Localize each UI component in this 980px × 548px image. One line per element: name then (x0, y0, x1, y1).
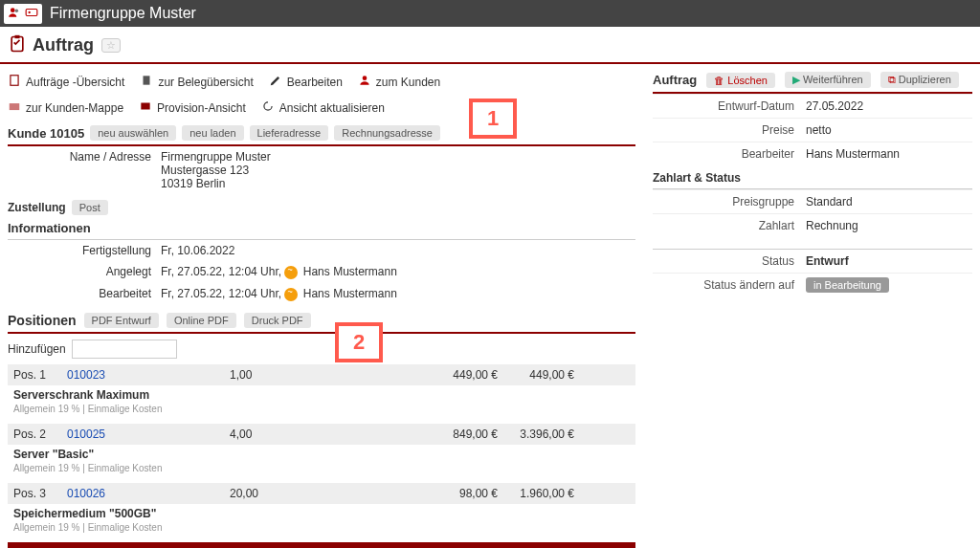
refresh-link[interactable]: Ansicht aktualisieren (261, 99, 385, 116)
svg-rect-6 (11, 76, 18, 86)
position-row[interactable]: Pos. 2 010025 4,00 849,00 € 3.396,00 € (8, 424, 635, 445)
article-link[interactable]: 010023 (67, 368, 230, 382)
id-card-icon[interactable] (25, 6, 38, 22)
position-desc: Speichermedium "500GB" (8, 504, 635, 522)
svg-point-1 (15, 9, 18, 12)
callout-1: 1 (469, 99, 517, 139)
user-icon (358, 74, 371, 90)
pricegroup-label: Preisgruppe (653, 195, 806, 208)
delivery-post-button[interactable]: Post (72, 200, 108, 215)
play-icon: ▶ (792, 74, 800, 85)
commission-link[interactable]: Provision-Ansicht (139, 99, 246, 116)
svg-rect-10 (141, 103, 149, 110)
position-desc: Server "Basic" (8, 445, 635, 463)
editor-label: Bearbeiter (653, 147, 806, 161)
position-desc: Serverschrank Maximum (8, 385, 635, 404)
print-pdf-button[interactable]: Druck PDF (244, 313, 311, 328)
copy-icon: ⧉ (888, 74, 896, 85)
trash-icon: 🗑 (714, 75, 724, 86)
user-badge-icon (284, 288, 298, 301)
customer-section-head: Kunde 10105 neu auswählen neu laden Lief… (8, 121, 635, 146)
svg-rect-5 (15, 35, 20, 38)
customer-reselect-button[interactable]: neu auswählen (90, 125, 176, 141)
toolbar-row2: zur Kunden-Mappe Provision-Ansicht Ansic… (8, 96, 635, 121)
prices-label: Preise (653, 123, 806, 137)
clipboard-icon (8, 34, 27, 56)
favorite-star-icon[interactable]: ☆ (101, 38, 121, 53)
side-header: Auftrag 🗑 Löschen ▶ Weiterführen ⧉ Dupli… (653, 70, 972, 94)
clipboard-icon (8, 74, 21, 90)
draft-date-value: 27.05.2022 (806, 99, 972, 113)
status-label: Status (653, 254, 806, 268)
edited-label: Bearbeitet (8, 287, 161, 301)
pricegroup-value: Standard (806, 195, 972, 208)
billing-address-button[interactable]: Rechnungsadresse (334, 125, 440, 141)
commission-icon (139, 99, 152, 116)
created-label: Angelegt (8, 265, 161, 279)
name-address-label: Name / Adresse (8, 150, 161, 190)
info-section-head: Informationen (8, 217, 635, 240)
position-row[interactable]: Pos. 1 010023 1,00 449,00 € 449,00 € (8, 364, 635, 385)
status-value: Entwurf (806, 254, 972, 268)
edited-value: Fr, 27.05.22, 12:04 Uhr, Hans Mustermann (161, 287, 635, 301)
add-position-row: Hinzufügen (8, 334, 635, 364)
folder-icon (8, 99, 21, 116)
refresh-icon (261, 99, 275, 116)
continue-button[interactable]: ▶ Weiterführen (785, 72, 871, 88)
svg-point-8 (362, 76, 367, 80)
position-row[interactable]: Pos. 3 010026 20,00 98,00 € 1.960,00 € (8, 483, 635, 504)
delete-button[interactable]: 🗑 Löschen (706, 73, 775, 88)
totals-divider (8, 542, 635, 548)
draft-date-label: Entwurf-Datum (653, 99, 806, 113)
created-value: Fr, 27.05.22, 12:04 Uhr, Hans Mustermann (161, 265, 635, 279)
docs-icon (140, 74, 153, 90)
position-sub: Allgemein 19 % | Einmalige Kosten (8, 404, 635, 424)
svg-point-0 (11, 8, 15, 12)
svg-point-3 (29, 11, 31, 12)
callout-2: 2 (335, 322, 383, 362)
svg-rect-4 (11, 37, 23, 52)
paytype-label: Zahlart (653, 219, 806, 232)
add-position-input[interactable] (72, 340, 177, 359)
add-label: Hinzufügen (8, 342, 66, 356)
article-link[interactable]: 010025 (67, 427, 230, 441)
delivery-address-button[interactable]: Lieferadresse (250, 125, 329, 141)
svg-rect-9 (10, 103, 20, 110)
app-topbar: Firmengruppe Muster (0, 0, 980, 27)
users-icon[interactable] (8, 6, 21, 22)
article-link[interactable]: 010026 (67, 487, 230, 500)
to-folder-link[interactable]: zur Kunden-Mappe (8, 99, 123, 116)
page-header: Auftrag ☆ (0, 27, 980, 64)
duplicate-button[interactable]: ⧉ Duplizieren (880, 72, 959, 88)
to-docs-link[interactable]: zur Belegübersicht (140, 74, 253, 90)
pencil-icon (269, 74, 282, 90)
to-customer-link[interactable]: zum Kunden (358, 74, 440, 90)
completion-value: Fr, 10.06.2022 (161, 244, 635, 257)
editor-value: Hans Mustermann (806, 147, 972, 161)
name-address-value: Firmengruppe Muster Mustergasse 123 1031… (161, 150, 635, 190)
orders-overview-link[interactable]: Aufträge -Übersicht (8, 74, 124, 90)
user-badge-icon (284, 266, 298, 279)
topbar-icons (4, 4, 42, 24)
toolbar-row1: Aufträge -Übersicht zur Belegübersicht B… (8, 70, 635, 96)
completion-label: Fertigstellung (8, 244, 161, 257)
topbar-title: Firmengruppe Muster (50, 5, 196, 22)
online-pdf-button[interactable]: Online PDF (167, 313, 236, 328)
position-sub: Allgemein 19 % | Einmalige Kosten (8, 463, 635, 483)
page-title: Auftrag (33, 35, 94, 55)
paytype-value: Rechnung (806, 219, 972, 232)
status-change-label: Status ändern auf (653, 278, 806, 292)
customer-reload-button[interactable]: neu laden (182, 125, 243, 141)
payment-status-head: Zahlart & Status (653, 165, 972, 189)
svg-rect-2 (26, 9, 37, 15)
delivery-subhead: Zustellung Post (8, 194, 635, 217)
positions-head: Positionen PDF Entwurf Online PDF Druck … (8, 305, 635, 334)
pdf-draft-button[interactable]: PDF Entwurf (84, 313, 159, 328)
position-sub: Allgemein 19 % | Einmalige Kosten (8, 522, 635, 542)
edit-link[interactable]: Bearbeiten (269, 74, 343, 90)
status-change-pill[interactable]: in Bearbeitung (806, 277, 889, 293)
svg-rect-7 (144, 76, 150, 84)
prices-value: netto (806, 123, 972, 137)
